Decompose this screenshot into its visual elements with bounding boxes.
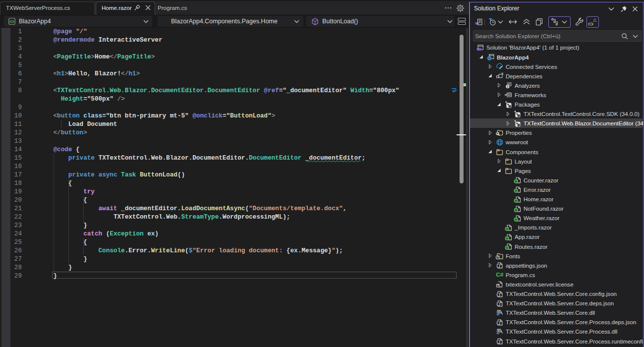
- svg-text:C#: C#: [9, 19, 14, 24]
